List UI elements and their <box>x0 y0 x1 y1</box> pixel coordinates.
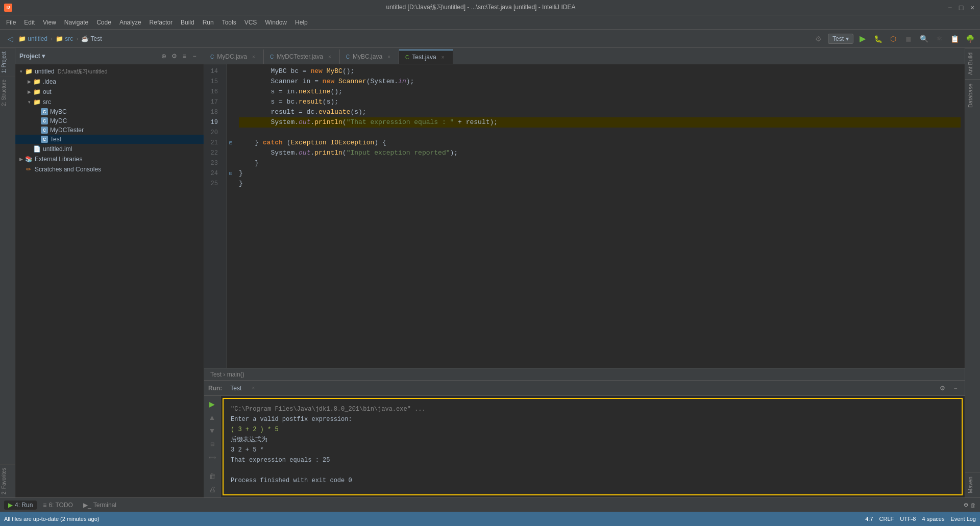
run-config-selector[interactable]: Test ▾ <box>828 34 853 44</box>
tree-item-src[interactable]: ▾ 📁 src <box>15 97 204 107</box>
menu-analyze[interactable]: Analyze <box>115 17 145 28</box>
run-wrap-button[interactable]: ⟺ <box>206 451 218 463</box>
window-title: untitled [D:\Java练习\untitled] - ...\src\… <box>15 3 946 12</box>
tree-arrow-root[interactable]: ▾ <box>17 69 24 74</box>
tab-icon-mybc: C <box>346 54 350 60</box>
menu-view[interactable]: View <box>39 17 60 28</box>
structure-panel-button[interactable]: 2: Structure <box>0 76 15 109</box>
back-button[interactable]: ◁ <box>4 33 16 45</box>
java-icon-mybc: C <box>41 108 48 115</box>
statusbar-encoding[interactable]: UTF-8 <box>900 516 916 522</box>
menu-vcs[interactable]: VCS <box>240 17 261 28</box>
code-editor[interactable]: 14 15 16 17 18 19 20 21 22 23 24 25 <box>204 64 965 368</box>
tree-arrow-src[interactable]: ▾ <box>26 99 33 105</box>
tab-test[interactable]: C Test.java × <box>399 49 453 64</box>
tree-item-idea[interactable]: ▶ 📁 .idea <box>15 77 204 87</box>
tree-arrow-external[interactable]: ▶ <box>17 157 24 162</box>
tab-close-mydc[interactable]: × <box>250 53 257 60</box>
minimize-button[interactable]: − <box>946 4 953 11</box>
run-clear-button[interactable]: 🗑 <box>206 470 218 482</box>
library-icon: 📚 <box>24 155 33 163</box>
run-bottom-button[interactable]: ▶ 4: Run <box>4 500 37 510</box>
settings-icon[interactable]: ⚙ <box>813 33 825 45</box>
project-minimize-button[interactable]: − <box>189 51 200 61</box>
output-line-2: Enter a valid postfix expression: <box>231 414 954 424</box>
debug-button[interactable]: 🐛 <box>872 33 884 45</box>
run-tab-test[interactable]: Test <box>225 383 247 394</box>
tab-close-mybc[interactable]: × <box>385 53 393 60</box>
tree-item-out[interactable]: ▶ 📁 out <box>15 87 204 97</box>
tab-mydctester[interactable]: C MyDCTester.java × <box>264 49 340 64</box>
tree-arrow-out[interactable]: ▶ <box>26 89 33 94</box>
project-collapse-button[interactable]: ≡ <box>179 51 189 61</box>
run-filter-button[interactable]: ⊟ <box>206 438 218 450</box>
toolbar-tree-icon[interactable]: 🌳 <box>964 33 976 45</box>
breadcrumb-untitled[interactable]: 📁 untitled <box>18 35 47 42</box>
project-sync-button[interactable]: ⊕ <box>159 51 169 61</box>
statusbar-line-sep[interactable]: CRLF <box>879 516 894 522</box>
menu-edit[interactable]: Edit <box>20 17 39 28</box>
run-play-button[interactable]: ▶ <box>206 398 218 410</box>
run-scroll-down-button[interactable]: ▼ <box>206 424 218 437</box>
database-panel-button[interactable]: Database <box>965 79 980 112</box>
maven-panel-button[interactable]: Maven <box>965 472 980 497</box>
output-line-5: 3 2 + 5 * <box>231 445 954 455</box>
menu-tools[interactable]: Tools <box>218 17 240 28</box>
tree-item-mydctester[interactable]: C MyDCTester <box>15 126 204 135</box>
code-content[interactable]: MyBC bc = new MyBC(); Scanner in = new S… <box>235 64 965 368</box>
tab-mybc[interactable]: C MyBC.java × <box>340 49 399 64</box>
statusbar-event-log[interactable]: Event Log <box>950 516 976 522</box>
tree-item-external[interactable]: ▶ 📚 External Libraries <box>15 154 204 164</box>
tree-item-iml[interactable]: 📄 untitled.iml <box>15 144 204 154</box>
menu-file[interactable]: File <box>2 17 20 28</box>
breadcrumb-src[interactable]: 📁 src <box>56 35 73 42</box>
tree-item-test[interactable]: C Test <box>15 135 204 144</box>
trash-icon[interactable]: 🗑 <box>970 502 976 508</box>
favorites-panel-button[interactable]: 2: Favorites <box>0 464 15 497</box>
run-minimize-button[interactable]: − <box>950 383 961 393</box>
coverage-button[interactable]: ⬡ <box>887 33 899 45</box>
toolbar-files-icon[interactable]: 📋 <box>948 33 961 45</box>
tree-arrow-idea[interactable]: ▶ <box>26 79 33 84</box>
ant-build-panel-button[interactable]: Ant Build <box>965 48 980 79</box>
menu-code[interactable]: Code <box>92 17 115 28</box>
terminal-bottom-button[interactable]: ▶_ Terminal <box>79 500 120 510</box>
scratch-icon: ✏ <box>24 165 33 173</box>
tree-item-scratches[interactable]: ✏ Scratches and Consoles <box>15 164 204 174</box>
statusbar-position[interactable]: 4:7 <box>865 516 873 522</box>
menu-navigate[interactable]: Navigate <box>60 17 92 28</box>
maximize-button[interactable]: □ <box>958 4 965 11</box>
run-settings-button[interactable]: ⚙ <box>937 383 947 393</box>
breadcrumb-test[interactable]: ☕ Test <box>81 35 102 42</box>
stop-button[interactable]: ◼ <box>902 33 915 45</box>
run-scroll-up-button[interactable]: ▲ <box>206 411 218 423</box>
run-config-label: Test <box>832 35 844 42</box>
tab-close-test[interactable]: × <box>439 54 447 61</box>
run-print-button[interactable]: 🖨 <box>206 483 218 495</box>
todo-bottom-button[interactable]: ≡ 6: TODO <box>39 500 77 510</box>
run-config-dropdown-icon: ▾ <box>846 35 849 42</box>
menu-refactor[interactable]: Refactor <box>145 17 177 28</box>
tab-mydc[interactable]: C MyDC.java × <box>204 49 264 64</box>
menu-window[interactable]: Window <box>261 17 291 28</box>
statusbar-indent[interactable]: 4 spaces <box>922 516 944 522</box>
close-button[interactable]: × <box>969 4 976 11</box>
tab-close-mydctester[interactable]: × <box>326 53 333 60</box>
project-gear-button[interactable]: ⚙ <box>169 51 179 61</box>
toolbar-nav-icon[interactable]: ⚛ <box>933 33 945 45</box>
tree-item-mydc[interactable]: C MyDC <box>15 116 204 126</box>
tree-item-root[interactable]: ▾ 📁 untitled D:\Java练习\untitled <box>15 66 204 77</box>
menu-run[interactable]: Run <box>199 17 218 28</box>
menu-build[interactable]: Build <box>177 17 199 28</box>
run-output[interactable]: "C:\Program Files\Java\jdk1.8.0_201\bin\… <box>226 401 960 489</box>
menu-help[interactable]: Help <box>291 17 312 28</box>
toolbar: ◁ 📁 untitled › 📁 src › ☕ Test ⚙ Test ▾ ▶… <box>0 30 980 48</box>
project-panel-button[interactable]: 1: Project <box>0 48 15 76</box>
bottom-expand-button[interactable]: ⊕ <box>964 502 968 508</box>
run-tab-close[interactable]: × <box>250 385 257 392</box>
toolbar-search-icon[interactable]: 🔍 <box>918 33 930 45</box>
tree-item-mybc[interactable]: C MyBC <box>15 107 204 116</box>
code-line-20 <box>239 128 961 138</box>
fold-gutter: ⊟ ⊟ <box>227 64 235 368</box>
run-button[interactable]: ▶ <box>856 33 869 45</box>
